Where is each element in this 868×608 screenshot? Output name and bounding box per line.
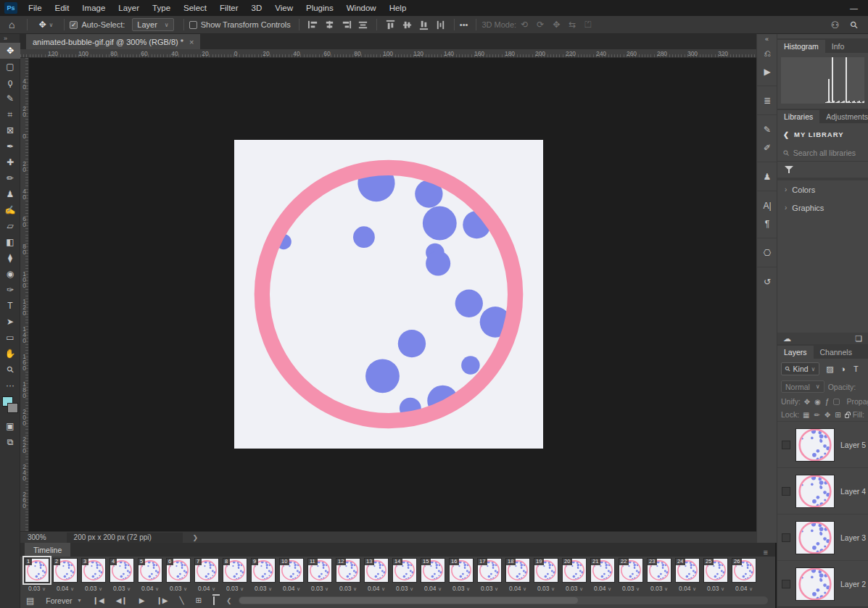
timeline-tab[interactable]: Timeline — [25, 543, 70, 557]
menu-image[interactable]: Image — [75, 0, 112, 16]
show-transform-checkbox[interactable] — [189, 21, 197, 29]
frame-delay-dropdown[interactable]: 0.03 ∨ — [81, 585, 106, 592]
menu-window[interactable]: Window — [340, 0, 383, 16]
timeline-frame[interactable]: 110.03 ∨ — [307, 558, 332, 592]
timeline-frame[interactable]: 80.03 ∨ — [223, 558, 247, 592]
timeline-frame[interactable]: 150.04 ∨ — [421, 558, 445, 592]
distribute-horizontal-centers-icon[interactable] — [402, 20, 413, 30]
more-options-button[interactable]: ••• — [460, 20, 468, 29]
current-tool-button[interactable]: ✥ ∨ — [33, 20, 59, 30]
frame-delay-dropdown[interactable]: 0.04 ∨ — [194, 585, 219, 592]
panel-collapse-icon[interactable]: « — [757, 34, 777, 44]
healing-brush-tool[interactable]: ✚ — [0, 154, 20, 170]
close-tab-icon[interactable]: × — [189, 38, 194, 46]
frame-delay-dropdown[interactable]: 0.03 ∨ — [647, 585, 671, 592]
loop-count-dropdown[interactable]: Forever ▾ — [40, 596, 86, 605]
timeline-frame[interactable]: 40.03 ∨ — [109, 558, 134, 592]
gradient-tool[interactable]: ◧ — [0, 234, 20, 250]
canvas-viewport[interactable]: 4020020406080100120140160180200220240260 — [20, 58, 756, 531]
window-minimize-button[interactable]: — — [840, 4, 868, 12]
quick-selection-tool[interactable]: ✎ — [0, 91, 20, 107]
actions-icon[interactable]: ▶ — [757, 62, 777, 80]
share-image-icon[interactable]: ⚇ — [831, 20, 840, 30]
path-selection-tool[interactable]: ➤ — [0, 314, 20, 330]
edit-toolbar[interactable]: ··· — [0, 378, 20, 393]
properties-icon[interactable]: ≣ — [757, 91, 777, 109]
next-frame-button[interactable]: ❙▶ — [150, 596, 173, 604]
frame-delay-dropdown[interactable]: 0.03 ∨ — [336, 585, 360, 592]
frame-delay-dropdown[interactable]: 0.04 ∨ — [53, 585, 78, 592]
frame-delay-dropdown[interactable]: 0.03 ∨ — [307, 585, 332, 592]
timeline-frame[interactable]: 210.04 ∨ — [590, 558, 615, 592]
document-canvas[interactable] — [234, 140, 543, 449]
zoom-tool[interactable]: ⚲ — [0, 362, 20, 378]
character-icon[interactable]: A| — [757, 196, 777, 215]
clone-stamp-tool[interactable]: ♟ — [0, 186, 20, 202]
timeline-frame[interactable]: 170.03 ∨ — [477, 558, 502, 592]
timeline-scrollbar[interactable] — [239, 596, 768, 604]
menu-file[interactable]: File — [22, 0, 49, 16]
frame-delay-dropdown[interactable]: 0.03 ∨ — [619, 585, 643, 592]
delete-frame-button[interactable] — [207, 596, 220, 604]
lock-position-icon[interactable]: ✥ — [824, 411, 830, 419]
frame-delay-dropdown[interactable]: 0.03 ∨ — [223, 585, 247, 592]
play-button[interactable]: ▶ — [133, 596, 151, 604]
auto-select-checkbox[interactable]: ✓ — [70, 21, 78, 29]
libraries-tab-adjustments[interactable]: Adjustments — [819, 110, 868, 123]
library-folder-icon[interactable]: ❏ — [855, 334, 862, 343]
layers-tab-channels[interactable]: Channels — [814, 346, 859, 359]
frame-delay-dropdown[interactable]: 0.03 ∨ — [477, 585, 502, 592]
align-left-edges-icon[interactable] — [307, 20, 318, 30]
frame-delay-dropdown[interactable]: 0.04 ∨ — [364, 585, 389, 592]
dodge-tool[interactable]: ◉ — [0, 266, 20, 282]
frame-delay-dropdown[interactable]: 0.04 ∨ — [732, 585, 756, 592]
panel-menu-icon[interactable]: ≡ — [764, 548, 775, 557]
menu-view[interactable]: View — [268, 0, 299, 16]
eraser-tool[interactable]: ▱ — [0, 218, 20, 234]
clone-source-icon[interactable]: ♟ — [757, 167, 777, 186]
layer-row[interactable]: Layer 2 — [777, 560, 868, 607]
hand-tool[interactable]: ✋ — [0, 346, 20, 362]
cloud-sync-icon[interactable]: ☁ — [783, 334, 791, 343]
pen-tool[interactable]: ✑ — [0, 282, 20, 298]
brush-tool[interactable]: ✏ — [0, 170, 20, 186]
menu-select[interactable]: Select — [177, 0, 213, 16]
filter-pixel-layers-icon[interactable]: ▨ — [824, 365, 835, 374]
timeline-frame[interactable]: 240.04 ∨ — [675, 558, 700, 592]
distribute-vertical-icon[interactable] — [435, 20, 446, 30]
background-color-swatch[interactable] — [7, 403, 18, 413]
document-tab[interactable]: animated-bubble-gif.gif @ 300% (RGB/8) *… — [26, 34, 200, 49]
timeline-frame[interactable]: 100.04 ∨ — [279, 558, 304, 592]
timeline-frame[interactable]: 190.03 ∨ — [534, 558, 558, 592]
distribute-bottom-icon[interactable] — [418, 20, 429, 30]
layers-tab-layers[interactable]: Layers — [777, 346, 814, 359]
lock-transparent-icon[interactable]: ▦ — [803, 411, 809, 419]
frame-delay-dropdown[interactable]: 0.03 ∨ — [166, 585, 191, 592]
menu-3d[interactable]: 3D — [245, 0, 269, 16]
library-search-input[interactable]: ⚲ Search all libraries — [777, 144, 868, 162]
menu-plugins[interactable]: Plugins — [299, 0, 340, 16]
distribute-top-icon[interactable] — [385, 20, 396, 30]
frame-delay-dropdown[interactable]: 0.03 ∨ — [562, 585, 587, 592]
frame-delay-dropdown[interactable]: 0.03 ∨ — [25, 585, 49, 592]
lock-image-icon[interactable]: ✏ — [814, 411, 820, 419]
libraries-tab-libraries[interactable]: Libraries — [777, 110, 819, 123]
timeline-frame[interactable]: 70.04 ∨ — [194, 558, 219, 592]
timeline-frame[interactable]: 220.03 ∨ — [619, 558, 643, 592]
quick-mask-button[interactable]: ▣ — [0, 418, 20, 434]
previous-frame-button[interactable]: ◀❙ — [110, 596, 133, 604]
layer-row[interactable]: Layer 3 — [777, 514, 868, 560]
zoom-level-field[interactable]: 300% — [20, 533, 54, 541]
layer-visibility-toggle[interactable] — [782, 487, 790, 496]
menu-layer[interactable]: Layer — [112, 0, 146, 16]
layer-filter-kind-dropdown[interactable]: ⚲ Kind ∨ — [781, 362, 819, 375]
histogram-tab-histogram[interactable]: Histogram — [777, 40, 825, 53]
blur-tool[interactable]: ⧫ — [0, 250, 20, 266]
timeline-frame[interactable]: 180.04 ∨ — [505, 558, 530, 592]
timeline-frame[interactable]: 200.03 ∨ — [562, 558, 587, 592]
filter-adjustment-layers-icon[interactable]: ◑ — [838, 365, 848, 374]
frame-delay-dropdown[interactable]: 0.04 ∨ — [590, 585, 615, 592]
library-section-colors[interactable]: ›Colors — [777, 180, 868, 199]
menu-type[interactable]: Type — [146, 0, 177, 16]
frame-delay-dropdown[interactable]: 0.04 ∨ — [675, 585, 700, 592]
